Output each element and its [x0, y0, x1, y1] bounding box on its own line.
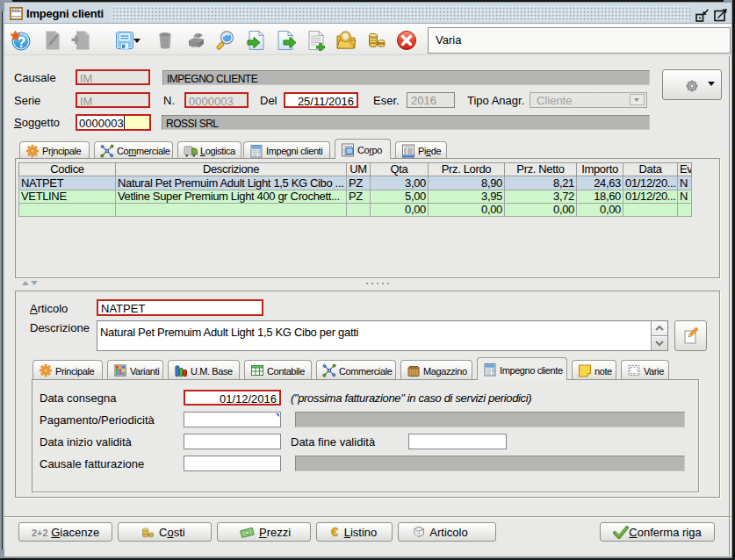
svg-text:?: ?: [18, 35, 26, 50]
